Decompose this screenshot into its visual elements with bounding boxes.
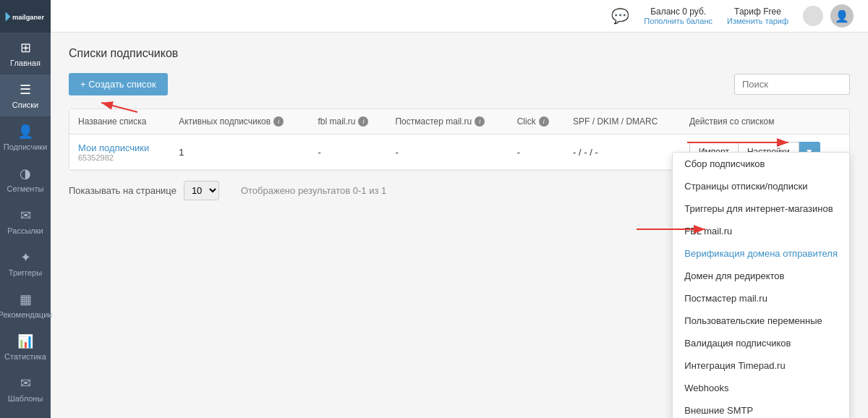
col-actions: Действия со списком xyxy=(681,109,849,135)
sidebar-item-subscribers-label: Подписчики xyxy=(4,142,48,151)
dropdown-item-validation[interactable]: Валидация подписчиков xyxy=(673,332,849,354)
subscribers-icon: 👤 xyxy=(17,124,33,140)
balance-info: Баланс 0 руб. Пополнить баланс xyxy=(644,7,712,25)
sidebar-item-statistics-label: Статистика xyxy=(4,352,46,361)
dropdown-item-webhooks[interactable]: Webhooks xyxy=(673,377,849,399)
sidebar-item-templates[interactable]: ✉ Шаблоны xyxy=(0,368,51,410)
tariff-info: Тариф Free Изменить тариф xyxy=(727,7,788,25)
col-click: Click i xyxy=(509,109,564,135)
create-list-button[interactable]: + Создать список xyxy=(69,73,168,95)
search-input[interactable] xyxy=(734,74,850,95)
campaigns-icon: ✉ xyxy=(20,208,31,223)
sidebar-item-campaigns-label: Рассылки xyxy=(7,226,43,235)
list-id: 65352982 xyxy=(78,153,161,162)
cell-fbl: - xyxy=(309,135,386,170)
sidebar-item-campaigns[interactable]: ✉ Рассылки xyxy=(0,200,51,242)
main-area: 💬 Баланс 0 руб. Пополнить баланс Тариф F… xyxy=(51,0,868,418)
svg-text:mailganer: mailganer xyxy=(12,14,44,21)
sidebar-item-segments-label: Сегменты xyxy=(7,184,44,193)
table-header-row: Название списка Активных подписчиков i f… xyxy=(69,109,849,135)
cell-name: Мои подписчики 65352982 xyxy=(69,135,170,170)
dropdown-item-redirect-domain[interactable]: Домен для редиректов xyxy=(673,265,849,287)
col-fbl: fbl mail.ru i xyxy=(309,109,386,135)
dropdown-item-smtp[interactable]: Внешние SMTP xyxy=(673,399,849,418)
sidebar-item-recommendations[interactable]: ▦ Рекомендации xyxy=(0,284,51,326)
dropdown-item-timepad[interactable]: Интеграция Timepad.ru xyxy=(673,354,849,377)
cell-active-subs: 1 xyxy=(170,135,309,170)
lists-icon: ☰ xyxy=(20,82,31,98)
sidebar-item-statistics[interactable]: 📊 Статистика xyxy=(0,326,51,368)
sidebar: mailganer ⊞ Главная ☰ Списки 👤 Подписчик… xyxy=(0,0,51,418)
toolbar: + Создать список xyxy=(69,73,850,95)
sidebar-item-templates-label: Шаблоны xyxy=(8,394,43,403)
dropdown-item-postmaster[interactable]: Постмастер mail.ru xyxy=(673,287,849,310)
change-tariff-link[interactable]: Изменить тариф xyxy=(727,17,788,25)
col-spf: SPF / DKIM / DMARC xyxy=(564,109,681,135)
list-name-link[interactable]: Мои подписчики xyxy=(78,142,149,153)
dropdown-item-fbl[interactable]: FBL mail.ru xyxy=(673,220,849,242)
show-per-page-label: Показывать на странице xyxy=(69,185,176,196)
settings-dropdown-menu: Сбор подписчиков Страницы отписки/подпис… xyxy=(672,152,850,418)
svg-marker-0 xyxy=(6,12,11,21)
balance-label: Баланс 0 руб. xyxy=(650,7,706,17)
fbl-info-icon[interactable]: i xyxy=(358,116,368,127)
postmaster-info-icon[interactable]: i xyxy=(475,116,485,127)
header: 💬 Баланс 0 руб. Пополнить баланс Тариф F… xyxy=(51,0,868,33)
logo: mailganer xyxy=(0,0,51,33)
per-page-select[interactable]: 10 25 50 xyxy=(184,181,219,200)
avatar[interactable] xyxy=(803,6,823,26)
col-active-subs: Активных подписчиков i xyxy=(170,109,309,135)
page-title: Списки подписчиков xyxy=(69,47,850,60)
message-icon[interactable]: 💬 xyxy=(611,7,629,25)
sidebar-item-triggers-label: Триггеры xyxy=(9,268,42,277)
dropdown-item-custom-vars[interactable]: Пользовательские переменные xyxy=(673,310,849,332)
dropdown-item-domain-verify[interactable]: Верификация домена отправителя xyxy=(673,242,849,265)
statistics-icon: 📊 xyxy=(17,333,33,349)
user-avatar[interactable]: 👤 xyxy=(830,4,854,27)
tariff-label: Тариф Free xyxy=(734,7,781,17)
sidebar-item-home-label: Главная xyxy=(10,59,41,67)
sidebar-item-recommendations-label: Рекомендации xyxy=(0,310,52,319)
col-postmaster: Постмастер mail.ru i xyxy=(386,109,508,135)
dropdown-item-unsub-pages[interactable]: Страницы отписки/подписки xyxy=(673,175,849,197)
dropdown-item-triggers[interactable]: Триггеры для интернет-магазинов xyxy=(673,197,849,220)
content-area: Списки подписчиков + Создать список Назв… xyxy=(51,33,868,418)
templates-icon: ✉ xyxy=(20,375,31,391)
sidebar-item-home[interactable]: ⊞ Главная xyxy=(0,33,51,74)
sidebar-item-lists[interactable]: ☰ Списки xyxy=(0,74,51,116)
sidebar-item-lists-label: Списки xyxy=(12,101,39,109)
cell-spf: - / - / - xyxy=(564,135,681,170)
click-info-icon[interactable]: i xyxy=(539,116,549,127)
cell-postmaster: - xyxy=(386,135,508,170)
dropdown-item-collect[interactable]: Сбор подписчиков xyxy=(673,153,849,175)
recommendations-icon: ▦ xyxy=(20,291,32,307)
sidebar-item-triggers[interactable]: ✦ Триггеры xyxy=(0,242,51,284)
triggers-icon: ✦ xyxy=(20,249,31,265)
active-subs-info-icon[interactable]: i xyxy=(273,116,284,127)
home-icon: ⊞ xyxy=(20,40,31,56)
segments-icon: ◑ xyxy=(20,166,31,182)
sidebar-item-subscribers[interactable]: 👤 Подписчики xyxy=(0,116,51,158)
cell-click: - xyxy=(509,135,564,170)
sidebar-item-segments[interactable]: ◑ Сегменты xyxy=(0,158,51,200)
user-menu: 👤 xyxy=(803,4,854,27)
pagination-info: Отображено результатов 0-1 из 1 xyxy=(241,185,386,196)
topup-link[interactable]: Пополнить баланс xyxy=(644,17,712,25)
col-name: Название списка xyxy=(69,109,170,135)
